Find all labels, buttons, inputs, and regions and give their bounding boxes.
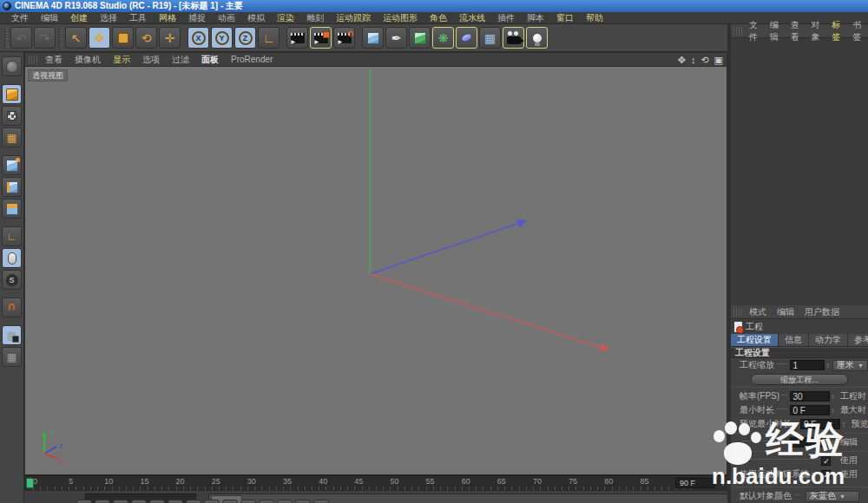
transport-button[interactable]: ◀: [113, 500, 128, 503]
z-axis-lock-button[interactable]: Z: [234, 27, 256, 49]
transport-button[interactable]: ▦: [240, 500, 256, 503]
timeline-end-frame-field[interactable]: 90 F: [675, 478, 715, 488]
move-tool-button[interactable]: ✥: [89, 27, 110, 49]
menubar-item[interactable]: 网格: [153, 12, 182, 24]
planar-workplane-button[interactable]: ▦: [2, 347, 22, 367]
transport-button[interactable]: ●: [186, 500, 201, 503]
om-menu-view[interactable]: 查看: [786, 19, 806, 43]
transport-button[interactable]: ◀: [95, 500, 110, 503]
workplane-mode-button[interactable]: ▦: [2, 127, 22, 147]
menubar-item[interactable]: 帮助: [580, 12, 609, 24]
scale-tool-button[interactable]: [112, 27, 134, 49]
am-menu-userdata[interactable]: 用户数据: [799, 306, 845, 318]
scale-unit-dropdown[interactable]: 厘米 ▼: [832, 360, 868, 371]
add-deformer-button[interactable]: [456, 27, 477, 49]
live-selection-button[interactable]: ↖: [65, 27, 87, 49]
mograph-button[interactable]: ❋: [432, 27, 454, 49]
fps-input[interactable]: 30: [790, 391, 830, 402]
om-menu-object[interactable]: 对象: [806, 19, 826, 43]
viewport-orbit-icon[interactable]: ⟲: [700, 55, 708, 66]
project-scale-input[interactable]: 1: [790, 360, 825, 370]
menubar-item[interactable]: 编辑: [35, 12, 64, 24]
viewport-menu-panel[interactable]: 面板: [195, 54, 225, 66]
tab-project-settings[interactable]: 工程设置: [731, 334, 779, 346]
model-mode-button[interactable]: [2, 84, 22, 104]
render-view-button[interactable]: [286, 27, 308, 49]
add-spline-button[interactable]: ✒: [385, 27, 407, 49]
transport-button[interactable]: ▶: [131, 500, 147, 503]
render-settings-button[interactable]: ⚙: [333, 27, 355, 49]
make-editable-button[interactable]: [2, 56, 22, 76]
menubar-item[interactable]: 文件: [5, 12, 35, 24]
transport-button[interactable]: ◆: [222, 500, 238, 503]
panel-grip[interactable]: [733, 308, 742, 317]
viewport-pan-icon[interactable]: ✥: [678, 55, 686, 66]
om-menu-edit[interactable]: 编辑: [765, 19, 786, 43]
lock-workplane-button[interactable]: ▦: [2, 325, 22, 345]
timeline-playhead[interactable]: [26, 478, 34, 488]
spinner-icon[interactable]: ↕: [832, 392, 836, 401]
spinner-icon[interactable]: ↕: [832, 406, 836, 415]
add-camera-button[interactable]: [503, 27, 524, 49]
transport-button[interactable]: ●: [313, 500, 329, 503]
transport-button[interactable]: ◀: [277, 500, 293, 503]
spinner-icon[interactable]: ↕: [832, 438, 836, 447]
palette-grip[interactable]: [4, 28, 9, 49]
polygons-mode-button[interactable]: [2, 199, 22, 219]
menubar-item[interactable]: 捕捉: [182, 12, 212, 24]
menubar-item[interactable]: 创建: [64, 12, 94, 24]
menubar-item[interactable]: 运动跟踪: [330, 12, 377, 24]
panel-grip[interactable]: [733, 27, 742, 36]
menubar-item[interactable]: 模拟: [241, 12, 271, 24]
last-used-tool-button[interactable]: ✛: [159, 27, 181, 49]
menubar-item[interactable]: 雕刻: [300, 12, 330, 24]
transport-button[interactable]: ●: [204, 500, 220, 503]
menubar-item[interactable]: 窗口: [550, 12, 580, 24]
viewport-menu-filter[interactable]: 过滤: [166, 54, 195, 66]
use-option-checkbox[interactable]: ✓: [821, 456, 831, 466]
render-picture-viewer-button[interactable]: [310, 27, 332, 49]
scale-project-button[interactable]: 缩放工程...: [751, 374, 848, 385]
menubar-item[interactable]: 流水线: [453, 12, 491, 24]
redo-button[interactable]: ↷: [34, 27, 56, 49]
om-menu-tags[interactable]: 标签: [826, 19, 847, 43]
snap-settings-button[interactable]: S: [2, 270, 22, 290]
perspective-viewport[interactable]: 查看 摄像机 显示 选项 过滤 面板 ProRender ✥ ↕ ⟲ ▣ 透视视…: [24, 52, 727, 475]
menubar-item[interactable]: 角色: [424, 12, 453, 24]
add-primitive-button[interactable]: [362, 27, 384, 49]
transport-button[interactable]: ●: [259, 500, 274, 503]
enable-snap-button[interactable]: ∪: [2, 297, 22, 317]
panel-grip[interactable]: [29, 56, 37, 64]
edges-mode-button[interactable]: [2, 177, 22, 197]
timeline-ruler[interactable]: 051015202530354045505560657075808590 90 …: [24, 475, 727, 490]
object-list[interactable]: [731, 38, 868, 305]
menubar-item[interactable]: 选择: [94, 12, 123, 24]
viewport-zoom-icon[interactable]: ↕: [691, 55, 696, 65]
tweak-mode-button[interactable]: [2, 248, 22, 268]
menubar-item[interactable]: 插件: [491, 12, 521, 24]
viewport-maximize-icon[interactable]: ▣: [714, 55, 723, 66]
default-color-dropdown[interactable]: 灰蓝色 ▼: [806, 491, 859, 502]
add-environment-button[interactable]: ▦: [479, 27, 501, 49]
transport-button[interactable]: ▶: [295, 500, 311, 503]
menubar-item[interactable]: 工具: [123, 12, 153, 24]
transport-button[interactable]: ▶: [149, 500, 165, 503]
points-mode-button[interactable]: [2, 155, 22, 175]
x-axis-lock-button[interactable]: X: [187, 27, 209, 49]
rotate-tool-button[interactable]: ⟲: [135, 27, 157, 49]
palette-grip[interactable]: [59, 28, 63, 49]
lod-input[interactable]: [790, 437, 830, 447]
texture-mode-button[interactable]: [2, 106, 22, 126]
viewport-menu-display[interactable]: 显示: [107, 54, 136, 66]
y-axis-lock-button[interactable]: Y: [211, 27, 233, 49]
menubar-item[interactable]: 脚本: [521, 12, 550, 24]
min-time-input[interactable]: 0 F: [790, 405, 830, 415]
menubar-item[interactable]: 动画: [212, 12, 241, 24]
om-menu-bookmarks[interactable]: 书签: [847, 19, 868, 43]
am-menu-mode[interactable]: 模式: [744, 306, 772, 318]
viewport-menu-view[interactable]: 查看: [39, 54, 69, 66]
undo-button[interactable]: ↶: [10, 27, 32, 49]
preview-min-input[interactable]: 0 F: [800, 419, 840, 429]
enable-axis-button[interactable]: ∟: [2, 226, 22, 246]
om-menu-file[interactable]: 文件: [744, 19, 765, 43]
